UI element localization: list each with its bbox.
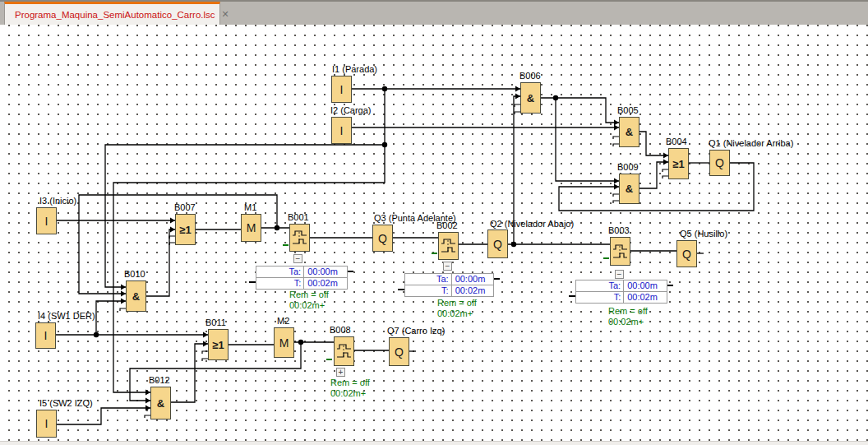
block-Q3[interactable]: Q <box>372 225 393 252</box>
expander-B002[interactable]: − <box>443 262 452 271</box>
block-M1[interactable]: M <box>241 214 261 242</box>
output-symbol: Q <box>395 345 404 359</box>
note-line: 00:02m+ <box>608 317 648 327</box>
param-label: Ta: <box>405 274 451 285</box>
param-label: T: <box>576 292 623 303</box>
unconnected-input-stub <box>663 176 668 178</box>
block-I5[interactable]: I <box>36 410 57 438</box>
block-Q7[interactable]: Q <box>389 337 409 366</box>
unconnected-input-stub <box>613 144 619 146</box>
label-M1: M1 <box>244 202 256 212</box>
block-B006[interactable]: & <box>520 82 541 114</box>
output-symbol: Q <box>378 232 387 245</box>
input-symbol: I <box>44 329 48 342</box>
param-note-B001: Rem = off00:02m+ <box>289 290 329 311</box>
and-symbol: & <box>626 183 633 195</box>
unconnected-input-stub <box>613 137 619 139</box>
param-table-B002[interactable]: Ta:00:00mT:00:02m <box>404 273 494 297</box>
label-B010: B010 <box>124 269 145 279</box>
unconnected-input-stub <box>613 201 619 203</box>
wire[interactable] <box>541 98 619 123</box>
param-value: 00:02m <box>303 278 347 289</box>
block-B008[interactable] <box>334 336 354 366</box>
output-symbol: Q <box>493 238 502 251</box>
block-B007[interactable]: ≥1 <box>175 214 196 245</box>
output-symbol: Q <box>715 156 724 169</box>
note-line: 00:02m+ <box>289 300 329 311</box>
tab-title: Programa_Maquina_SemiAutomatico_Carro.ls… <box>15 10 215 20</box>
timer-icon <box>291 229 308 247</box>
expander-B008[interactable]: + <box>336 368 345 377</box>
unconnected-input-stub <box>120 308 126 311</box>
wire-layer <box>0 25 868 445</box>
param-note-B002: Rem = off00:02m+ <box>437 298 477 319</box>
param-label: T: <box>256 278 303 289</box>
label-B003: B003 <box>608 225 630 235</box>
block-I4[interactable]: I <box>35 322 56 349</box>
wire[interactable] <box>639 162 668 188</box>
block-M2[interactable]: M <box>274 327 294 358</box>
label-I4: I4 (SW1 DER) <box>38 311 95 321</box>
expander-B001[interactable]: − <box>293 254 302 263</box>
junction-dot <box>511 242 516 247</box>
or-symbol: ≥1 <box>179 224 191 236</box>
input-symbol: I <box>340 124 344 137</box>
block-Q1[interactable]: Q <box>709 150 730 176</box>
diagram-canvas[interactable]: II1 (Parada)II2 (Carga)II3 (Inicio)II4 (… <box>0 25 868 445</box>
param-table-B003[interactable]: Ta:00:00mT:00:02m <box>575 280 667 304</box>
unconnected-input-stub <box>613 194 619 197</box>
param-table-B001[interactable]: Ta:00:00mT:00:02m <box>256 266 348 290</box>
tab-bar: Programa_Maquina_SemiAutomatico_Carro.ls… <box>0 0 868 25</box>
label-B001: B001 <box>288 212 309 222</box>
note-line: Rem = off <box>608 306 648 317</box>
note-line: Rem = off <box>289 290 329 300</box>
param-note-B008: Rem = off00:02m+ <box>330 378 370 399</box>
note-line: 00:02m+ <box>330 388 370 399</box>
unconnected-input-stub <box>202 351 208 354</box>
junction-dot <box>298 340 303 345</box>
junction-dot <box>382 142 387 147</box>
timer-icon <box>335 342 353 360</box>
input-symbol: I <box>340 83 344 96</box>
block-B001[interactable] <box>289 224 310 252</box>
block-I2[interactable]: I <box>331 117 352 144</box>
block-B004[interactable]: ≥1 <box>668 148 689 179</box>
wire[interactable] <box>146 229 175 296</box>
unconnected-input-stub <box>515 104 520 107</box>
param-label: Ta: <box>576 280 623 291</box>
block-I3[interactable]: I <box>36 207 57 234</box>
param-row: T:00:02m <box>405 285 493 296</box>
block-B003[interactable] <box>610 237 630 266</box>
junction-dot <box>382 86 387 91</box>
block-B010[interactable]: & <box>126 280 146 312</box>
block-I1[interactable]: I <box>331 76 352 103</box>
param-label: T: <box>405 285 451 296</box>
label-B012: B012 <box>149 375 170 385</box>
block-Q5[interactable]: Q <box>676 240 697 267</box>
wire[interactable] <box>639 132 668 155</box>
block-B012[interactable]: & <box>150 387 171 420</box>
junction-dot <box>553 95 558 100</box>
or-symbol: ≥1 <box>212 339 224 351</box>
block-B005[interactable]: & <box>619 117 639 147</box>
timer-icon <box>612 243 629 261</box>
input-symbol: I <box>45 417 48 430</box>
label-I5: I5 (SW2 IZQ) <box>39 398 93 408</box>
input-symbol: I <box>45 215 48 228</box>
unconnected-input-stub <box>202 359 208 361</box>
wire[interactable] <box>96 301 126 335</box>
block-Q2[interactable]: Q <box>487 229 508 258</box>
tab-program[interactable]: Programa_Maquina_SemiAutomatico_Carro.ls… <box>4 2 220 25</box>
label-B009: B009 <box>617 162 639 172</box>
expander-B003[interactable]: − <box>615 270 624 279</box>
label-B004: B004 <box>666 137 687 146</box>
param-value: 00:00m <box>451 274 493 285</box>
wire[interactable] <box>57 408 150 424</box>
block-B002[interactable] <box>438 232 459 260</box>
block-B011[interactable]: ≥1 <box>208 329 229 360</box>
tab-close-icon[interactable]: ✕ <box>220 9 231 20</box>
wire[interactable] <box>556 98 619 181</box>
bottom-scroll-strip <box>0 441 868 445</box>
block-B009[interactable]: & <box>619 174 639 204</box>
unconnected-input-stub <box>145 415 150 418</box>
